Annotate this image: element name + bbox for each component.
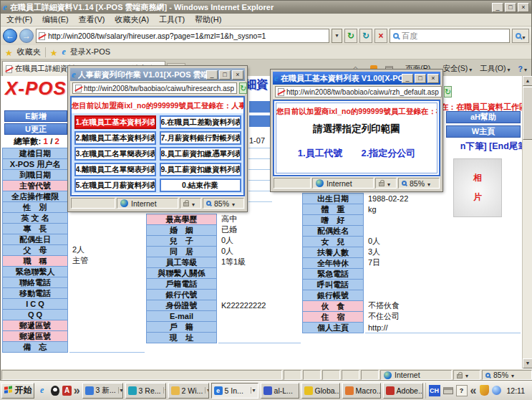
field-value[interactable]: 不住公司 <box>365 311 521 323</box>
task-group-dropdown-icon[interactable]: ▾ <box>251 387 256 394</box>
minimize-button[interactable] <box>206 70 218 80</box>
field-value[interactable]: 1等1級 <box>218 257 301 268</box>
field-value[interactable] <box>69 341 145 353</box>
forward-button[interactable] <box>19 29 34 43</box>
tools-menu[interactable]: 工具(O) <box>477 62 513 76</box>
scroll-down-icon[interactable] <box>523 358 532 368</box>
update-button[interactable]: U更正 <box>4 123 67 135</box>
field-value[interactable]: 不搭伙食 <box>365 300 521 312</box>
url-field[interactable]: http://win2008/tw/baobiao/caiwu/rzh_defa… <box>275 86 442 97</box>
url-field[interactable]: http://win2008/tw/baobiao/caiwu/hiresear… <box>72 82 237 94</box>
help-menu[interactable] <box>516 62 530 75</box>
field-value[interactable]: 主管 <box>69 255 145 267</box>
language-indicator[interactable]: CH <box>429 385 440 396</box>
field-value[interactable] <box>218 332 301 343</box>
print-menu-item[interactable]: 8.員工薪資扣繳憑單列表 <box>160 147 241 161</box>
zoom-pane[interactable]: 85% <box>482 370 532 380</box>
menu-item[interactable]: 工具(T) <box>159 14 185 25</box>
maximize-button[interactable] <box>219 70 231 80</box>
scroll-up-icon[interactable] <box>523 76 532 86</box>
field-value[interactable] <box>365 268 521 280</box>
field-value[interactable]: 7日 <box>365 257 521 269</box>
menu-item[interactable]: 编辑(E) <box>42 14 69 25</box>
field-value[interactable] <box>69 298 145 310</box>
maximize-button[interactable] <box>505 3 516 12</box>
tray-collapse-icon[interactable] <box>470 384 477 397</box>
field-value[interactable]: 高中 <box>218 214 301 225</box>
maximize-button[interactable] <box>415 74 426 83</box>
printer-tray-icon[interactable] <box>443 387 453 394</box>
field-value[interactable] <box>218 310 301 322</box>
print-menu-item[interactable]: 0.結束作業 <box>160 178 241 192</box>
help-tray-icon[interactable]: ? <box>456 385 468 396</box>
field-value[interactable]: 3人 <box>365 247 521 258</box>
minimize-button[interactable] <box>402 74 413 83</box>
network-tray-icon[interactable] <box>492 386 501 395</box>
protected-mode-pane[interactable] <box>375 178 397 189</box>
field-value[interactable] <box>218 278 301 290</box>
favorites-star-icon[interactable] <box>5 46 13 59</box>
close-button[interactable] <box>427 74 439 83</box>
field-value[interactable] <box>69 223 145 234</box>
go-button[interactable] <box>444 86 452 97</box>
quicklaunch-overflow-icon[interactable] <box>74 384 80 397</box>
field-value[interactable] <box>69 287 145 299</box>
refresh-button[interactable] <box>359 29 372 43</box>
field-value[interactable] <box>69 234 145 245</box>
help-button[interactable]: aH幫助 <box>446 111 521 123</box>
field-value[interactable]: 已婚 <box>218 224 301 236</box>
print-menu-item[interactable]: 9.員工薪資扣繳資料列表 <box>160 163 241 176</box>
task-button[interactable]: al-L... <box>261 383 299 399</box>
print-menu-item[interactable]: 4.離職員工名單簡表列表 <box>74 163 156 176</box>
ie-quicklaunch-icon[interactable]: e <box>37 384 47 396</box>
field-value[interactable] <box>365 290 521 301</box>
go-button[interactable] <box>239 82 247 94</box>
field-value[interactable] <box>218 289 301 300</box>
field-value[interactable]: K222222222 <box>218 300 301 311</box>
print-menu-item[interactable]: 7.月薪資料銀行對帳列表 <box>160 131 241 145</box>
field-value[interactable]: 0人 <box>365 236 521 247</box>
zoom-pane[interactable]: 85% <box>203 198 244 209</box>
option-branch[interactable]: 2.指定分公司 <box>362 147 416 160</box>
field-value[interactable]: http:// <box>365 322 521 333</box>
safety-menu[interactable]: 安全(S) <box>440 62 475 76</box>
start-button[interactable]: 开始 <box>1 383 34 399</box>
qq-quicklaunch-icon[interactable] <box>49 384 60 396</box>
task-group-dropdown-icon[interactable]: ▾ <box>205 387 208 394</box>
task-button[interactable]: 3 Re...▾ <box>125 383 166 399</box>
vertical-scrollbar[interactable] <box>522 76 532 368</box>
field-value[interactable] <box>69 266 145 277</box>
close-button[interactable] <box>518 3 529 12</box>
print-menu-item[interactable]: 3.在職員工名單簡表列表 <box>74 147 156 161</box>
add-button[interactable]: E新增 <box>4 110 67 122</box>
minimize-button[interactable] <box>492 3 503 12</box>
protected-mode-pane[interactable] <box>180 198 201 209</box>
security-shield-icon[interactable] <box>480 385 489 396</box>
task-button[interactable]: e5 In...▾ <box>211 383 258 399</box>
add-favorite-icon[interactable] <box>50 46 58 59</box>
search-input[interactable]: 百度 <box>390 29 510 43</box>
field-value[interactable] <box>365 279 521 290</box>
field-value[interactable] <box>69 330 145 342</box>
compatibility-view-button[interactable] <box>344 29 357 43</box>
field-value[interactable]: 2人 <box>69 244 145 256</box>
task-button[interactable]: 3 新...▾ <box>82 383 123 399</box>
back-button[interactable] <box>3 29 17 43</box>
print-menu-item[interactable]: 6.在職員工差勤資料列表 <box>160 115 241 129</box>
home-page-button[interactable]: W主頁 <box>446 125 521 138</box>
field-value[interactable] <box>218 321 301 333</box>
close-button[interactable] <box>232 70 243 80</box>
url-dropdown[interactable] <box>332 29 342 43</box>
field-value[interactable] <box>69 309 145 320</box>
field-value[interactable] <box>69 277 145 288</box>
protected-mode-pane[interactable] <box>453 370 480 380</box>
search-button[interactable] <box>512 29 529 43</box>
record-nav-links[interactable]: n下筆] [End尾筆] <box>460 141 530 153</box>
url-field[interactable]: http://win2008/tw/salary/hireuser.asp?pa… <box>36 29 329 43</box>
task-button[interactable]: Adobe... <box>383 383 423 399</box>
task-button[interactable]: Globa... <box>301 383 340 399</box>
menu-item[interactable]: 文件(F) <box>6 14 32 25</box>
zoom-pane[interactable]: 85% <box>398 178 440 189</box>
print-menu-item[interactable]: 5.在職員工月薪資料列表 <box>74 178 156 192</box>
field-value[interactable] <box>218 267 301 279</box>
